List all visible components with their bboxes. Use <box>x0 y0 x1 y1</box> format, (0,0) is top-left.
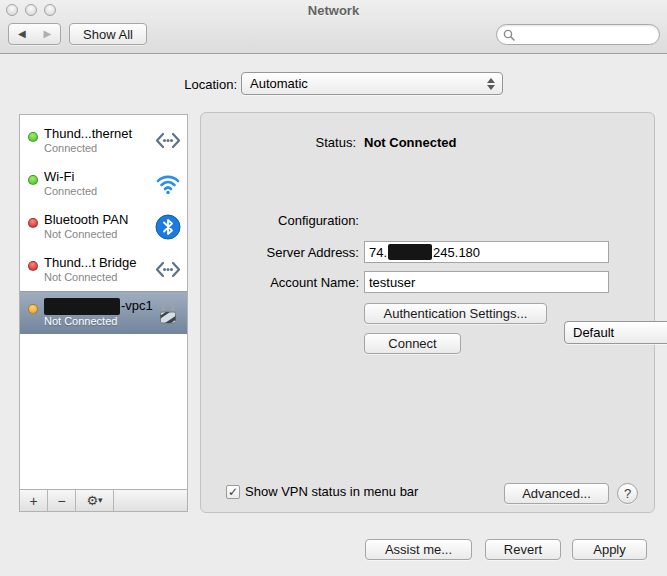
vpn-detail-panel: Status: Not Connected Configuration: Def… <box>200 112 655 513</box>
interface-status: Not Connected <box>44 228 128 242</box>
back-button[interactable]: ◀ <box>9 24 35 44</box>
window-title: Network <box>0 3 667 18</box>
remove-interface-button[interactable]: − <box>48 490 76 511</box>
add-interface-button[interactable]: + <box>20 490 48 511</box>
connect-button[interactable]: Connect <box>364 333 461 354</box>
interface-name: Bluetooth PAN <box>44 212 128 228</box>
interface-status: Not Connected <box>44 315 153 329</box>
chevron-down-icon: ▾ <box>98 495 103 505</box>
gear-icon: ⚙ <box>86 493 98 508</box>
redacted-vpn-name <box>44 298 120 315</box>
account-name-input[interactable] <box>369 275 604 290</box>
status-dot-green-icon <box>28 175 38 185</box>
forward-button[interactable]: ▶ <box>35 24 61 44</box>
show-vpn-checkbox-label: Show VPN status in menu bar <box>245 484 418 499</box>
location-popup[interactable]: Automatic <box>241 72 503 95</box>
list-item-vpn-selected[interactable]: -vpc1 Not Connected <box>20 291 187 334</box>
status-label: Status: <box>201 135 356 150</box>
redacted-ip-segment <box>388 244 432 260</box>
wifi-icon <box>154 170 182 198</box>
interface-rows: Thund...thernet Connected Wi-Fi Connecte… <box>20 115 187 489</box>
bluetooth-icon <box>154 213 182 241</box>
account-name-label: Account Name: <box>201 275 359 290</box>
server-address-prefix: 74. <box>369 245 387 260</box>
server-address-suffix: 245.180 <box>433 245 480 260</box>
list-item-thunderbolt-ethernet[interactable]: Thund...thernet Connected <box>20 119 187 162</box>
interface-name: Thund...t Bridge <box>44 255 137 271</box>
interface-status: Connected <box>44 185 97 199</box>
account-name-field[interactable] <box>364 271 609 293</box>
location-popup-value: Automatic <box>250 76 308 91</box>
location-label: Location: <box>97 77 237 92</box>
apply-button[interactable]: Apply <box>572 539 647 560</box>
search-input[interactable] <box>518 28 667 42</box>
gear-menu-button[interactable]: ⚙▾ <box>76 490 114 511</box>
interface-status: Not Connected <box>44 271 137 285</box>
configuration-label: Configuration: <box>201 213 359 228</box>
server-address-field[interactable]: 74. 245.180 <box>364 241 609 263</box>
network-preferences-window: Network ◀ ▶ Show All Location: Automatic… <box>0 0 667 576</box>
thunderbolt-icon <box>154 127 182 155</box>
list-item-bluetooth-pan[interactable]: Bluetooth PAN Not Connected <box>20 205 187 248</box>
interface-name: -vpc1 <box>44 298 153 315</box>
search-icon <box>503 29 515 41</box>
assist-me-button[interactable]: Assist me... <box>365 539 472 560</box>
list-item-thunderbolt-bridge[interactable]: Thund...t Bridge Not Connected <box>20 248 187 291</box>
lock-icon <box>154 299 182 327</box>
status-dot-red-icon <box>28 261 38 271</box>
show-all-button[interactable]: Show All <box>69 23 147 45</box>
sidebar-toolbar: + − ⚙▾ <box>20 489 187 511</box>
configuration-popup[interactable]: Default <box>564 321 667 344</box>
status-dot-orange-icon <box>28 304 38 314</box>
stepper-icon <box>485 73 497 94</box>
titlebar: Network ◀ ▶ Show All <box>0 0 667 54</box>
status-dot-green-icon <box>28 132 38 142</box>
authentication-settings-button[interactable]: Authentication Settings... <box>364 303 547 324</box>
configuration-popup-value: Default <box>573 325 614 340</box>
search-field[interactable] <box>496 24 660 45</box>
interface-list: Thund...thernet Connected Wi-Fi Connecte… <box>19 114 188 512</box>
interface-name: Thund...thernet <box>44 126 132 142</box>
advanced-button[interactable]: Advanced... <box>504 483 609 504</box>
interface-status: Connected <box>44 142 132 156</box>
show-vpn-checkbox[interactable]: ✓ <box>226 485 240 499</box>
help-button[interactable]: ? <box>617 483 638 504</box>
status-value: Not Connected <box>364 135 456 150</box>
checkmark-icon: ✓ <box>228 486 238 498</box>
server-address-label: Server Address: <box>201 245 359 260</box>
interface-name: Wi-Fi <box>44 169 97 185</box>
thunderbolt-icon <box>154 256 182 284</box>
status-dot-red-icon <box>28 218 38 228</box>
nav-segmented-control: ◀ ▶ <box>8 23 61 45</box>
list-item-wifi[interactable]: Wi-Fi Connected <box>20 162 187 205</box>
revert-button[interactable]: Revert <box>485 539 561 560</box>
